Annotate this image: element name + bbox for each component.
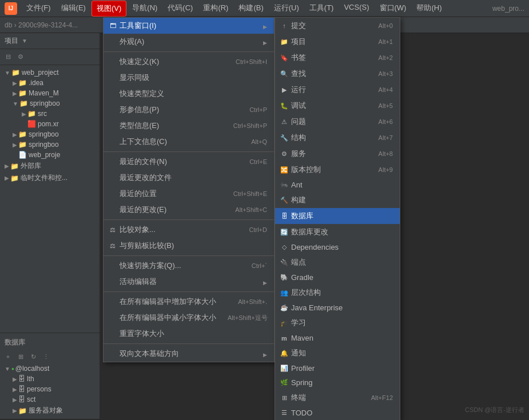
menu-context-info[interactable]: 上下文信息(C) Alt+Q bbox=[104, 134, 274, 150]
menu-terminal[interactable]: ⊞ 终端 Alt+F12 bbox=[275, 390, 400, 406]
menu-find[interactable]: 🔍 查找 Alt+3 bbox=[275, 66, 400, 82]
menu-endpoints[interactable]: 🔌 端点 bbox=[275, 254, 400, 270]
tree-item-webproj[interactable]: ▶ 📄 web_proje bbox=[0, 150, 100, 160]
menu-problems[interactable]: ⚠ 问题 Alt+6 bbox=[275, 114, 400, 130]
tree-item-web_project[interactable]: ▼ 📁 web_project bbox=[0, 67, 100, 78]
menu-todo[interactable]: ☰ TODO bbox=[275, 406, 400, 420]
menu-compare-objects[interactable]: ⚖ 比较对象... Ctrl+D bbox=[104, 222, 274, 238]
tree-item-pom[interactable]: ▶ 🟥 pom.xr bbox=[0, 119, 100, 129]
menu-recent-files[interactable]: 最近的文件(N) Ctrl+E bbox=[104, 154, 274, 170]
app-logo: IJ bbox=[5, 2, 17, 15]
menu-edit[interactable]: 编辑(E) bbox=[57, 1, 90, 17]
arrow-icon: ▶ bbox=[13, 376, 17, 382]
menu-structure[interactable]: 🔧 结构 Alt+7 bbox=[275, 130, 400, 146]
menu-notifications[interactable]: 🔔 通知 bbox=[275, 345, 400, 361]
collapse-all-button[interactable]: ⊟ bbox=[2, 51, 14, 63]
tree-item-localhost[interactable]: ▼ ● @localhost bbox=[0, 363, 100, 374]
menu-spring[interactable]: 🌿 Spring bbox=[275, 375, 400, 390]
tree-item-external-libs[interactable]: ▶ 📁 外部库 bbox=[0, 160, 100, 172]
menu-type-info[interactable]: 类型信息(E) Ctrl+Shift+P bbox=[104, 118, 274, 134]
menu-build[interactable]: 构建(B) bbox=[234, 1, 268, 17]
tree-item-server-objects[interactable]: ▶ 📁 服务器对象 bbox=[0, 405, 100, 417]
copy-button[interactable]: ⊞ bbox=[15, 351, 26, 362]
db-win-icon: 🗄 bbox=[280, 213, 289, 219]
chevron-down-icon: ▼ bbox=[22, 38, 27, 44]
folder-icon: 📁 bbox=[18, 141, 27, 149]
menu-view[interactable]: 视图(V) bbox=[92, 1, 126, 17]
menu-decrease-font[interactable]: 在所有编辑器中减小字体大小 Alt+Shift+逗号 bbox=[104, 310, 274, 326]
tree-item-sct[interactable]: ▶ 🗄 sct bbox=[0, 394, 100, 405]
tree-item-springboot2[interactable]: ▶ 📁 springboo bbox=[0, 129, 100, 139]
menu-reset-font[interactable]: 重置字体大小 bbox=[104, 326, 274, 342]
maven-icon: m bbox=[280, 335, 289, 342]
menu-project[interactable]: 📁 项目 Alt+1 bbox=[275, 34, 400, 50]
menu-code[interactable]: 代码(C) bbox=[163, 1, 197, 17]
menu-db-changes[interactable]: 🔄 数据库更改 bbox=[275, 224, 400, 240]
menu-active-editor[interactable]: 活动编辑器 bbox=[104, 274, 274, 290]
menu-profiler[interactable]: 📊 Profiler bbox=[275, 361, 400, 375]
menu-bookmarks[interactable]: 🔖 书签 Alt+2 bbox=[275, 50, 400, 66]
menu-services[interactable]: ⚙ 服务 Alt+8 bbox=[275, 146, 400, 162]
menu-param-info[interactable]: 形参信息(P) Ctrl+P bbox=[104, 102, 274, 118]
folder-icon: 📁 bbox=[18, 130, 27, 138]
settings-icon[interactable]: ⚙ bbox=[15, 51, 26, 63]
sidebar: 项目 ▼ ⊟ ⚙ ▼ 📁 web_project ▶ 📁 .idea ▶ 📁 M… bbox=[0, 33, 100, 419]
menu-appearance[interactable]: 外观(A) bbox=[104, 34, 274, 50]
menu-java-enterprise[interactable]: ☕ Java Enterprise bbox=[275, 301, 400, 315]
tree-item-src[interactable]: ▶ 📁 src bbox=[0, 109, 100, 119]
menu-file[interactable]: 文件(F) bbox=[22, 1, 55, 17]
menu-recent-changes[interactable]: 最近的更改(E) Alt+Shift+C bbox=[104, 202, 274, 218]
menu-show-siblings[interactable]: 显示同级 bbox=[104, 70, 274, 86]
menu-build-win[interactable]: 🔨 构建 bbox=[275, 192, 400, 208]
menu-learn[interactable]: 🎓 学习 bbox=[275, 315, 400, 331]
tree-item-label: 外部库 bbox=[21, 161, 41, 171]
menu-debug[interactable]: 🐛 调试 Alt+5 bbox=[275, 98, 400, 114]
menu-quick-switch[interactable]: 快速切换方案(Q)... Ctrl+` bbox=[104, 258, 274, 274]
menu-refactor[interactable]: 重构(R) bbox=[198, 1, 233, 17]
menu-recent-locations[interactable]: 最近的位置 Ctrl+Shift+E bbox=[104, 186, 274, 202]
refresh-button[interactable]: ↻ bbox=[27, 351, 39, 362]
db-panel-label: 数据库 bbox=[0, 335, 100, 350]
menu-commit[interactable]: ↑ 提交 Alt+0 bbox=[275, 18, 400, 34]
menu-hierarchy[interactable]: 👥 层次结构 bbox=[275, 285, 400, 301]
menu-bidi-direction[interactable]: 双向文本基础方向 bbox=[104, 346, 274, 362]
tree-item-label: web_project bbox=[22, 69, 59, 77]
tree-item-lth[interactable]: ▶ 🗄 lth bbox=[0, 374, 100, 384]
menu-toolwindows[interactable]: 🗔 工具窗口(I) bbox=[104, 18, 274, 34]
menu-run[interactable]: 运行(U) bbox=[269, 1, 304, 17]
menu-quick-type[interactable]: 快速类型定义 bbox=[104, 86, 274, 102]
add-button[interactable]: + bbox=[2, 351, 14, 362]
menu-vcs[interactable]: VCS(S) bbox=[339, 1, 373, 17]
menu-increase-font[interactable]: 在所有编辑器中增加字体大小 Alt+Shift+. bbox=[104, 294, 274, 310]
menu-help[interactable]: 帮助(H) bbox=[412, 1, 446, 17]
menu-compare-clipboard[interactable]: ⚖ 与剪贴板比较(B) bbox=[104, 238, 274, 254]
tree-item-persons[interactable]: ▶ 🗄 persons bbox=[0, 384, 100, 394]
tree-item-temp[interactable]: ▶ 📁 临时文件和控... bbox=[0, 172, 100, 184]
more-button[interactable]: ⋮ bbox=[40, 351, 51, 362]
menu-vcs[interactable]: 🔀 版本控制 Alt+9 bbox=[275, 162, 400, 178]
menu-ant[interactable]: 🐜 Ant bbox=[275, 178, 400, 192]
menu-quick-def[interactable]: 快速定义(K) Ctrl+Shift+I bbox=[104, 54, 274, 70]
tree-item-maven[interactable]: ▶ 📁 Maven_M bbox=[0, 88, 100, 98]
tree-item-springboot1[interactable]: ▼ 📁 springboo bbox=[0, 98, 100, 109]
folder-icon: 📁 bbox=[27, 110, 36, 118]
terminal-icon: ⊞ bbox=[280, 394, 289, 402]
je-icon: ☕ bbox=[280, 304, 289, 311]
menu-window[interactable]: 窗口(W) bbox=[375, 1, 411, 17]
tree-item-springboot3[interactable]: ▶ 📁 springboo bbox=[0, 139, 100, 150]
menu-run[interactable]: ▶ 运行 Alt+4 bbox=[275, 82, 400, 98]
db-panel: 数据库 + ⊞ ↻ ⋮ ▼ ● @localhost ▶ 🗄 lth ▶ 🗄 p… bbox=[0, 333, 100, 419]
menu-recent-changed[interactable]: 最近更改的文件 bbox=[104, 170, 274, 186]
tree-item-idea[interactable]: ▶ 📁 .idea bbox=[0, 78, 100, 88]
arrow-icon: ▶ bbox=[5, 163, 9, 169]
todo-icon: ☰ bbox=[280, 409, 289, 417]
menu-maven[interactable]: m Maven bbox=[275, 331, 400, 345]
menu-navigate[interactable]: 导航(N) bbox=[128, 1, 162, 17]
learn-icon: 🎓 bbox=[280, 319, 289, 327]
menu-database[interactable]: 🗄 数据库 bbox=[275, 208, 400, 224]
menu-gradle[interactable]: 🐘 Gradle bbox=[275, 270, 400, 285]
menu-dependencies[interactable]: ◇ Dependencies bbox=[275, 240, 400, 254]
menu-tools[interactable]: 工具(T) bbox=[305, 1, 339, 17]
arrow-icon: ▶ bbox=[13, 407, 17, 414]
tree-item-label: pom.xr bbox=[38, 120, 59, 128]
